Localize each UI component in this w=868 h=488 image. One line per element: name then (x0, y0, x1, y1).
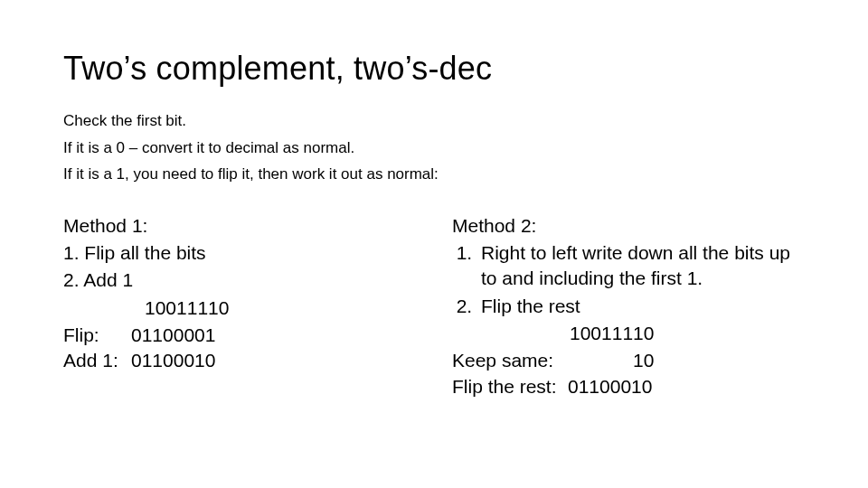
intro-line-2: If it is a 0 – convert it to decimal as … (63, 136, 805, 160)
methods-columns: Method 1: 1. Flip all the bits 2. Add 1 … (63, 213, 805, 399)
method2-step-1: Right to left write down all the bits up… (477, 240, 805, 292)
intro-line-1: Check the first bit. (63, 109, 805, 133)
method2-heading: Method 2: (452, 213, 805, 239)
slide-title: Two’s complement, two’s-dec (63, 50, 805, 88)
method-1: Method 1: 1. Flip all the bits 2. Add 1 … (63, 213, 416, 399)
method1-heading: Method 1: (63, 213, 416, 239)
method2-fliprest-row: Flip the rest: 01100010 (452, 374, 805, 399)
method1-add1-value: 01100010 (131, 348, 215, 373)
method2-keep-value: 10 (633, 348, 654, 373)
method1-flip-label: Flip: (63, 323, 131, 348)
method2-fliprest-label: Flip the rest: (452, 374, 568, 399)
method2-example-original: 10011110 (452, 321, 805, 346)
method1-step-1: 1. Flip all the bits (63, 240, 416, 266)
method2-fliprest-value: 01100010 (568, 374, 652, 399)
method1-flip-row: Flip: 01100001 (63, 323, 416, 348)
method1-add1-label: Add 1: (63, 348, 131, 373)
method-2: Method 2: Right to left write down all t… (452, 213, 805, 399)
intro-block: Check the first bit. If it is a 0 – conv… (63, 109, 805, 186)
method2-steps: Right to left write down all the bits up… (452, 240, 805, 319)
method2-keep-label: Keep same: (452, 348, 633, 373)
method2-keep-row: Keep same: 10 (452, 348, 805, 373)
method2-step-2: Flip the rest (477, 294, 805, 319)
method1-step-2: 2. Add 1 (63, 267, 416, 293)
intro-line-3: If it is a 1, you need to flip it, then … (63, 163, 805, 186)
method1-example-original: 10011110 (63, 296, 416, 321)
method1-add1-row: Add 1: 01100010 (63, 348, 416, 373)
slide: Two’s complement, two’s-dec Check the fi… (0, 0, 868, 488)
method1-flip-value: 01100001 (131, 323, 215, 348)
